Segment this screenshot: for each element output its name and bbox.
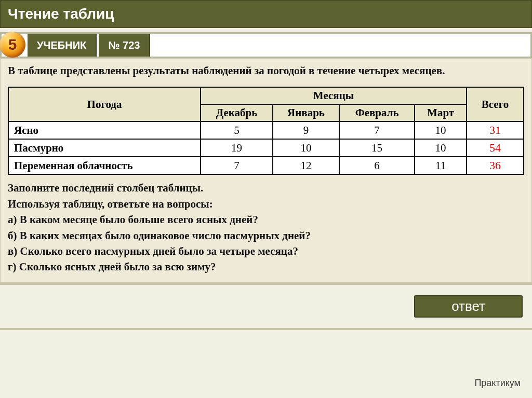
total-value: 54 [489,141,501,154]
table-row: Переменная облачность 7 12 6 11 36 [8,157,524,174]
grade-badge: 5 [0,32,25,58]
cell: 10 [415,121,467,139]
page-title: Чтение таблиц [0,0,532,28]
cell-total: 54 [467,139,524,157]
task-line: Заполните последний столбец таблицы. [8,180,524,196]
header-row: 5 УЧЕБНИК № 723 [0,32,532,58]
row-label: Пасмурно [8,139,201,157]
cell: 15 [339,139,415,157]
th-months: Месяцы [201,87,467,104]
cell: 10 [415,139,467,157]
cell: 7 [201,157,273,174]
answer-button[interactable]: ответ [414,295,523,318]
task-d: г) Сколько ясных дней было за всю зиму? [8,259,524,275]
th-month-3: Март [415,104,467,121]
total-value: 36 [489,159,501,172]
cell: 19 [201,139,273,157]
cell: 12 [273,157,339,174]
cell: 11 [415,157,467,174]
task-line: Используя таблицу, ответьте на вопросы: [8,196,524,212]
task-a: а) В каком месяце было больше всего ясны… [8,212,524,227]
th-month-0: Декабрь [201,104,273,121]
weather-table: Погода Месяцы Всего Декабрь Январь Февра… [8,87,524,175]
content-area: В таблице представлены результаты наблюд… [0,58,532,283]
row-label: Ясно [8,121,201,139]
cell: 5 [201,121,273,139]
intro-text: В таблице представлены результаты наблюд… [8,64,524,77]
task-b: б) В каких месяцах было одинаковое число… [8,228,524,243]
th-total: Всего [467,87,524,121]
tasks-block: Заполните последний столбец таблицы. Исп… [8,180,524,275]
cell: 6 [339,157,415,174]
th-weather: Погода [8,87,201,121]
total-value: 31 [489,123,501,136]
cell-total: 31 [467,121,524,139]
table-row: Пасмурно 19 10 15 10 54 [8,139,524,157]
th-month-1: Январь [273,104,339,121]
bottom-bar: ответ [0,283,532,330]
task-c: в) Сколько всего пасмурных дней было за … [8,243,524,259]
tab-textbook: УЧЕБНИК [28,34,97,57]
cell-total: 36 [467,157,524,174]
th-month-2: Февраль [339,104,415,121]
cell: 7 [339,121,415,139]
table-row: Ясно 5 9 7 10 31 [8,121,524,139]
cell: 9 [273,121,339,139]
cell: 10 [273,139,339,157]
footer-label: Практикум [474,378,521,389]
row-label: Переменная облачность [8,157,201,174]
tab-number: № 723 [99,34,150,57]
